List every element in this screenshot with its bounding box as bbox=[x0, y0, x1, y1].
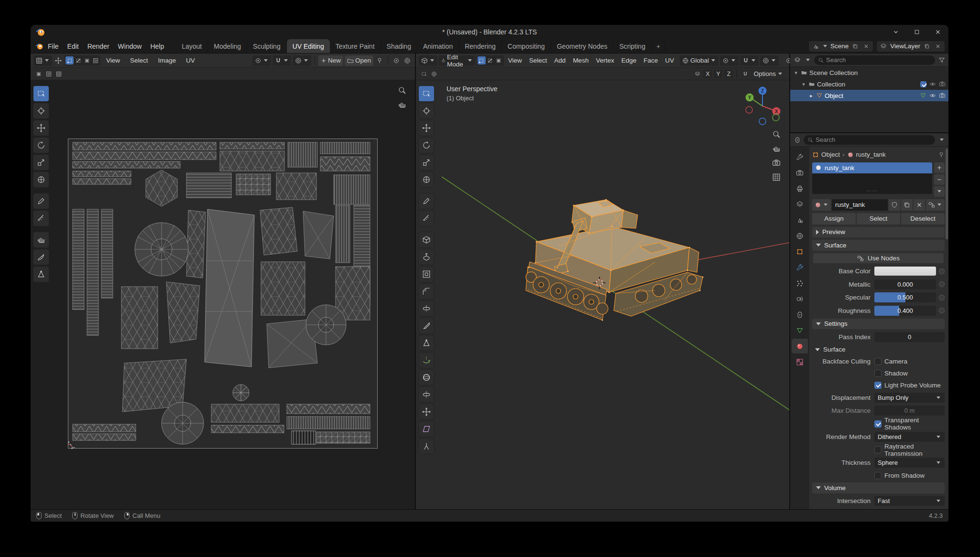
symmetry-y-toggle[interactable]: Y bbox=[714, 70, 722, 78]
tab-material[interactable] bbox=[792, 339, 808, 353]
viewlayer-unlink-icon[interactable] bbox=[934, 42, 942, 51]
tool-extrude[interactable] bbox=[419, 249, 434, 265]
outliner-editor-type-button[interactable] bbox=[793, 56, 801, 64]
volume-panel-header[interactable]: Volume bbox=[812, 482, 945, 493]
gizmo-z-neg[interactable] bbox=[759, 118, 766, 125]
uv-select-edge-icon[interactable] bbox=[74, 56, 82, 64]
symmetry-x-toggle[interactable]: X bbox=[703, 70, 712, 78]
vp-tool-settings-icon-2[interactable] bbox=[430, 70, 438, 78]
tab-geometry-nodes[interactable]: Geometry Nodes bbox=[551, 39, 614, 53]
tool-grab[interactable] bbox=[33, 232, 49, 247]
mirror-icon[interactable] bbox=[693, 70, 701, 78]
roughness-animate-dot[interactable] bbox=[939, 308, 945, 313]
new-material-button[interactable] bbox=[901, 199, 913, 211]
tool-measure[interactable] bbox=[419, 211, 434, 226]
snap-dropdown[interactable] bbox=[740, 55, 759, 66]
uv-canvas[interactable] bbox=[31, 80, 415, 509]
tab-view-layer[interactable] bbox=[792, 197, 808, 212]
deselect-button[interactable]: Deselect bbox=[901, 213, 945, 225]
vp-tool-settings-icon-1[interactable] bbox=[420, 70, 428, 78]
tab-scripting[interactable]: Scripting bbox=[613, 39, 651, 53]
material-slot-row[interactable]: rusty_tank bbox=[812, 162, 932, 173]
snap-extra-icon[interactable] bbox=[741, 70, 749, 78]
tool-transform[interactable] bbox=[419, 172, 434, 187]
tool-cursor[interactable] bbox=[419, 103, 434, 118]
titlebar[interactable]: * (Unsaved) - Blender 4.2.3 LTS bbox=[31, 25, 948, 39]
tool-loop-cut[interactable] bbox=[419, 301, 434, 316]
tab-texture-paint[interactable]: Texture Paint bbox=[330, 39, 381, 53]
vp-camera-view-icon[interactable] bbox=[772, 159, 781, 167]
navigation-gizmo[interactable]: Z X Y bbox=[740, 83, 784, 127]
viewlayer-selector[interactable]: ViewLayer bbox=[877, 41, 945, 52]
base-color-animate-dot[interactable] bbox=[939, 268, 945, 274]
breadcrumb-object[interactable]: Object bbox=[821, 151, 840, 158]
vp-menu-select[interactable]: Select bbox=[526, 55, 550, 65]
tool-poly-build[interactable] bbox=[419, 335, 434, 351]
slot-list-grip[interactable]: ⋯⋯ bbox=[812, 189, 932, 193]
tab-compositing[interactable]: Compositing bbox=[502, 39, 551, 53]
transparent-shadows-checkbox[interactable] bbox=[874, 420, 882, 428]
tab-constraints[interactable] bbox=[792, 307, 808, 322]
gizmo-x-neg[interactable] bbox=[746, 107, 752, 113]
tab-sculpting[interactable]: Sculpting bbox=[247, 39, 287, 53]
tool-move[interactable] bbox=[419, 120, 434, 136]
tab-physics[interactable] bbox=[792, 291, 808, 306]
uv-open-image-button[interactable]: Open bbox=[345, 55, 373, 66]
light-probe-checkbox[interactable] bbox=[874, 382, 882, 389]
tool-knife[interactable] bbox=[419, 318, 434, 333]
tool-tweak[interactable] bbox=[33, 86, 49, 101]
preview-panel-header[interactable]: Preview bbox=[812, 227, 945, 238]
tab-animation[interactable]: Animation bbox=[417, 39, 459, 53]
add-material-slot-button[interactable] bbox=[934, 162, 945, 173]
specular-animate-dot[interactable] bbox=[939, 295, 945, 300]
uv-tool-settings-icon-1[interactable] bbox=[34, 70, 43, 78]
surface-panel-header[interactable]: Surface bbox=[812, 240, 945, 251]
remove-material-slot-button[interactable] bbox=[934, 174, 945, 185]
tab-texture[interactable] bbox=[792, 354, 808, 369]
tool-tweak[interactable] bbox=[419, 86, 434, 101]
specular-slider[interactable]: 0.500 bbox=[874, 292, 936, 302]
tool-measure[interactable] bbox=[33, 211, 49, 226]
tool-shear[interactable] bbox=[419, 421, 434, 437]
vp-menu-edge[interactable]: Edge bbox=[619, 55, 640, 65]
tool-cursor[interactable] bbox=[33, 103, 49, 118]
transform-orientation-dropdown[interactable]: Global bbox=[680, 55, 719, 66]
tool-spin[interactable] bbox=[419, 353, 434, 368]
uv-sync-selection-toggle[interactable] bbox=[54, 56, 63, 65]
tool-add-cube[interactable] bbox=[419, 232, 434, 247]
vp-pan-icon[interactable] bbox=[772, 144, 781, 153]
vp-zoom-icon[interactable] bbox=[772, 130, 781, 139]
object-render-icon[interactable] bbox=[939, 92, 946, 99]
roughness-slider[interactable]: 0.400 bbox=[874, 306, 936, 316]
menu-render[interactable]: Render bbox=[83, 41, 114, 52]
object-hide-icon[interactable] bbox=[929, 92, 936, 99]
vp-menu-vertex[interactable]: Vertex bbox=[593, 55, 617, 65]
vp-menu-view[interactable]: View bbox=[505, 55, 525, 65]
uv-tool-settings-icon-2[interactable] bbox=[44, 70, 53, 78]
tab-rendering[interactable]: Rendering bbox=[459, 39, 502, 53]
node-editor-toggle[interactable] bbox=[926, 199, 945, 211]
select-button[interactable]: Select bbox=[857, 213, 900, 225]
uv-zoom-icon[interactable] bbox=[398, 86, 406, 95]
vp-ortho-toggle-icon[interactable] bbox=[772, 173, 781, 182]
uv-editor-type-button[interactable] bbox=[33, 55, 52, 66]
vp-menu-add[interactable]: Add bbox=[551, 55, 568, 65]
backface-shadow-checkbox[interactable] bbox=[874, 370, 882, 377]
select-mode-edge-icon[interactable] bbox=[486, 56, 494, 64]
tab-modifiers[interactable] bbox=[792, 260, 808, 275]
breadcrumb-material[interactable]: rusty_tank bbox=[856, 151, 886, 158]
viewlayer-new-icon[interactable] bbox=[923, 42, 931, 51]
outliner-row-object[interactable]: ▸ Object bbox=[790, 90, 948, 101]
uv-menu-uv[interactable]: UV bbox=[182, 55, 199, 65]
surface-subpanel-header[interactable]: Surface bbox=[812, 345, 945, 354]
viewport-editor-type-button[interactable] bbox=[419, 55, 437, 66]
unlink-material-button[interactable] bbox=[914, 199, 925, 211]
scene-unlink-icon[interactable] bbox=[862, 42, 871, 51]
outliner-display-mode-caret[interactable] bbox=[804, 56, 812, 64]
uv-gizmos-toggle[interactable] bbox=[392, 56, 401, 65]
tab-object[interactable] bbox=[792, 244, 808, 259]
metallic-animate-dot[interactable] bbox=[939, 281, 945, 287]
tool-rotate[interactable] bbox=[33, 138, 49, 153]
uv-menu-view[interactable]: View bbox=[102, 55, 124, 65]
tab-modeling[interactable]: Modeling bbox=[208, 39, 247, 53]
